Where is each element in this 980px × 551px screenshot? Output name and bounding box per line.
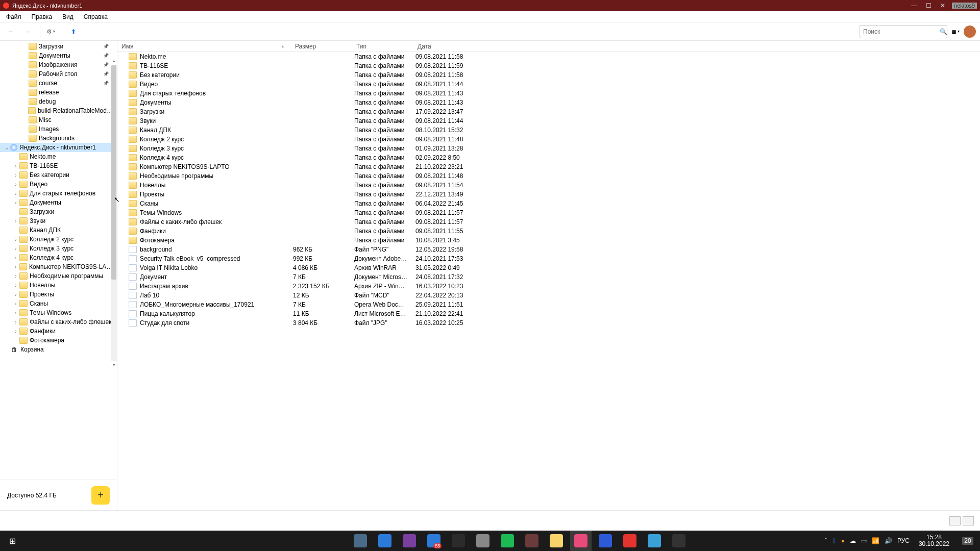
tree-item[interactable]: Загрузки [0,42,117,51]
file-row[interactable]: Инстаграм архив2 323 152 КБАрхив ZIP - W… [117,282,980,291]
file-row[interactable]: Лаб 1012 КБФайл "MCD"22.04.2022 20:13 [117,291,980,300]
taskbar-app-opera[interactable] [619,531,641,551]
tree-item[interactable]: Backgrounds [0,134,117,143]
settings-button[interactable]: ⚙▾ [43,24,58,39]
maximize-button[interactable]: ☐ [921,2,936,9]
notification-center[interactable]: 20 [959,537,977,544]
tree-item[interactable]: Изображения [0,60,117,69]
sidebar-scrollbar[interactable]: ▴ ▾ [111,65,117,361]
file-row[interactable]: background962 КБФайл "PNG"12.05.2022 19:… [117,245,980,254]
tree-item[interactable]: Загрузки [0,207,117,216]
expand-icon[interactable]: › [12,283,19,288]
sync-icon[interactable]: ● [841,537,845,544]
file-row[interactable]: Volga IT Nikita Lobko4 086 КБАрхив WinRA… [117,263,980,272]
taskbar-app-calculator[interactable] [350,531,371,551]
expand-icon[interactable]: › [12,273,19,279]
tree-item[interactable]: course [0,79,117,88]
menu-edit[interactable]: Правка [28,12,57,21]
tree-item[interactable]: ›Фанфики [0,327,117,336]
wifi-icon[interactable]: 📶 [872,537,879,544]
menu-file[interactable]: Файл [2,12,26,21]
tree-item[interactable]: release [0,88,117,97]
file-row[interactable]: Колледж 2 курсПапка с файлами09.08.2021 … [117,135,980,144]
forward-button[interactable]: → [20,24,35,39]
tree-item[interactable]: ›Проекты [0,290,117,299]
tree-item[interactable]: ›TB-116SE [0,161,117,170]
file-row[interactable]: Без категорииПапка с файлами09.08.2021 1… [117,70,980,80]
close-button[interactable]: ✕ [936,2,950,9]
cloud-icon[interactable]: ☁ [850,537,856,544]
tree-item[interactable]: ⌄Яндекс.Диск - nktvnumber1 [0,143,117,152]
tree-item[interactable]: ›Файлы с каких-либо флешек [0,317,117,327]
view-mode-toggle[interactable]: ≣▾ [951,28,960,35]
file-row[interactable]: Пицца калькулятор11 КБЛист Microsoft Exc… [117,309,980,318]
file-row[interactable]: НовеллыПапка с файлами09.08.2021 11:54 [117,181,980,190]
upload-button[interactable]: ⬆ [66,24,81,39]
scroll-down-icon[interactable]: ▾ [111,362,117,368]
taskbar-app-mail[interactable]: 55 [423,531,445,551]
tree-item[interactable]: ›Для старых телефонов [0,189,117,198]
expand-icon[interactable]: › [12,172,19,178]
tree-item[interactable]: ›Без категории [0,170,117,180]
tree-item[interactable]: ›Документы [0,198,117,207]
file-row[interactable]: Канал ДПКПапка с файлами08.10.2021 15:32 [117,126,980,135]
expand-icon[interactable]: › [12,264,19,270]
expand-icon[interactable]: › [12,218,19,224]
tree-item[interactable]: ›Колледж 2 курс [0,235,117,244]
search-input[interactable] [863,28,940,35]
taskbar-app-onenote[interactable] [399,531,420,551]
file-row[interactable]: СканыПапка с файлами06.04.2022 21:45 [117,199,980,208]
taskbar-app-disc[interactable] [472,531,494,551]
tree-item[interactable]: ›Компьютер NEKITOS9S-LAPTO [0,262,117,271]
taskbar-app-app-teal[interactable] [644,531,665,551]
taskbar-app-spotify[interactable] [497,531,518,551]
file-row[interactable]: Необходимые программыПапка с файлами09.0… [117,171,980,181]
expand-icon[interactable]: › [12,182,19,187]
tree-item[interactable]: build-RelationalTableModel-De [0,106,117,115]
expand-icon[interactable]: › [12,292,19,297]
expand-icon[interactable]: ⌄ [3,145,10,151]
file-row[interactable]: ДокументыПапка с файлами09.08.2021 11:43 [117,98,980,107]
tree-item[interactable]: ›Колледж 3 курс [0,244,117,253]
scroll-up-icon[interactable]: ▴ [111,58,117,64]
search-box[interactable]: 🔍 [860,25,947,38]
view-icons-button[interactable] [963,516,974,525]
file-row[interactable]: ЗвукиПапка с файлами09.08.2021 11:44 [117,116,980,126]
file-row[interactable]: Документ7 КБДокумент Microsof...24.08.20… [117,272,980,282]
tree-item[interactable]: Nekto.me [0,152,117,161]
column-name[interactable]: Имя▴ [117,43,291,50]
language-indicator[interactable]: РУС [897,537,910,544]
expand-icon[interactable]: › [12,319,19,325]
taskbar-app-steam[interactable] [668,531,690,551]
view-details-button[interactable] [949,516,961,525]
tree-item[interactable]: debug [0,97,117,106]
file-row[interactable]: ФотокамераПапка с файлами10.08.2021 3:45 [117,236,980,245]
taskbar-app-app-blue[interactable] [374,531,396,551]
tree-item[interactable]: ›Необходимые программы [0,271,117,281]
tree-item[interactable]: ›Сканы [0,299,117,308]
scrollbar-thumb[interactable] [111,65,116,280]
add-button[interactable]: + [91,486,110,505]
file-row[interactable]: Компьютер NEKITOS9S-LAPTOПапка с файлами… [117,162,980,171]
bluetooth-icon[interactable]: ᛒ [832,537,836,544]
expand-icon[interactable]: › [12,329,19,334]
taskbar-app-app-dark[interactable] [521,531,543,551]
tree-item[interactable]: ›Колледж 4 курс [0,253,117,262]
back-button[interactable]: ← [4,24,18,39]
file-row[interactable]: ЛОБКО_Многомерные массивы_1709217 КБOper… [117,300,980,309]
file-row[interactable]: Security Talk eBook_v5_compressed992 КБД… [117,254,980,263]
tray-chevron-icon[interactable]: ˄ [824,537,827,544]
file-row[interactable]: Для старых телефоновПапка с файлами09.08… [117,89,980,98]
start-button[interactable]: ⊞ [0,536,24,546]
expand-icon[interactable]: › [12,200,19,206]
file-row[interactable]: ПроектыПапка с файлами22.12.2021 13:49 [117,190,980,199]
tree-item[interactable]: ›Темы Windows [0,308,117,317]
expand-icon[interactable]: › [12,163,19,169]
menu-view[interactable]: Вид [58,12,78,21]
tree-item[interactable]: ›Видео [0,180,117,189]
user-avatar[interactable] [964,26,976,38]
menu-help[interactable]: Справка [80,12,112,21]
expand-icon[interactable]: › [12,237,19,242]
tree-item[interactable]: Документы [0,51,117,60]
expand-icon[interactable]: › [12,191,19,196]
